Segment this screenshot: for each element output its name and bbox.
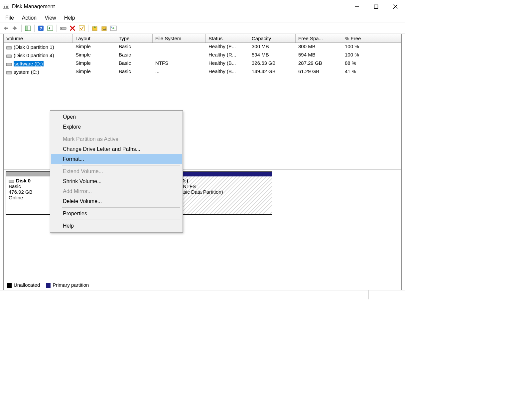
disk-name: Disk 0	[16, 178, 31, 183]
menubar: File Action View Help	[0, 13, 405, 23]
col-blank[interactable]	[382, 34, 401, 43]
minimize-button[interactable]	[347, 0, 366, 13]
new-volume-icon[interactable]	[90, 24, 99, 33]
connect-icon[interactable]	[59, 24, 67, 33]
toolbar-separator	[57, 25, 57, 32]
context-menu-item[interactable]: Help	[51, 221, 182, 231]
volume-name-cell: system (C:)	[4, 68, 73, 76]
toolbar-separator	[34, 25, 35, 32]
volume-cell: Basic	[116, 59, 153, 68]
volume-context-menu: OpenExploreMark Partition as ActiveChang…	[50, 110, 183, 233]
context-menu-separator	[62, 165, 180, 165]
volume-cell: 100 %	[342, 43, 382, 51]
find-icon[interactable]	[100, 24, 108, 33]
volume-name-cell: (Disk 0 partition 4)	[4, 51, 73, 59]
svg-rect-2	[6, 6, 8, 8]
volume-cell: 287.29 GB	[296, 59, 342, 68]
delete-icon[interactable]	[68, 24, 77, 33]
volume-cell: Healthy (B...	[206, 68, 249, 76]
volume-cell: Basic	[116, 68, 153, 76]
col-capacity[interactable]: Capacity	[249, 34, 296, 43]
volume-row[interactable]: (Disk 0 partition 4)SimpleBasicHealthy (…	[4, 51, 401, 59]
svg-rect-24	[111, 27, 112, 28]
volume-row[interactable]: (Disk 0 partition 1)SimpleBasicHealthy (…	[4, 43, 401, 51]
volume-cell: ...	[153, 68, 206, 76]
context-menu-item[interactable]: Properties	[51, 209, 182, 219]
disk-management-window: Disk Management File Action View Help ?	[0, 0, 405, 299]
volume-cell: 594 MB	[249, 51, 296, 59]
volume-cell	[382, 59, 401, 68]
volume-row[interactable]: software (D:)SimpleBasicNTFSHealthy (B..…	[4, 59, 401, 68]
refresh-icon[interactable]	[46, 24, 55, 33]
legend-label: Primary partition	[53, 282, 89, 288]
volume-cell: 41 %	[342, 68, 382, 76]
volume-cell: 88 %	[342, 59, 382, 68]
help-icon[interactable]: ?	[37, 24, 45, 33]
svg-rect-7	[6, 28, 8, 29]
legend: Unallocated Primary partition	[4, 280, 401, 290]
volume-cell: Healthy (R...	[206, 51, 249, 59]
context-menu-item[interactable]: Explore	[51, 122, 182, 132]
svg-rect-13	[48, 26, 53, 31]
volume-name-cell: software (D:)	[4, 59, 73, 68]
volume-cell: Healthy (B...	[206, 59, 249, 68]
volume-cell	[153, 43, 206, 51]
volume-cell: 594 MB	[296, 51, 342, 59]
col-volume[interactable]: Volume	[4, 34, 73, 43]
volume-cell: Simple	[73, 43, 116, 51]
app-icon	[3, 4, 9, 10]
window-title: Disk Management	[12, 4, 55, 10]
volume-row[interactable]: system (C:)SimpleBasic...Healthy (B...14…	[4, 68, 401, 76]
svg-text:?: ?	[40, 26, 42, 31]
context-menu-item[interactable]: Format...	[51, 154, 182, 164]
volume-cell	[153, 51, 206, 59]
toolbar: ?	[0, 23, 405, 34]
svg-rect-28	[6, 71, 12, 74]
legend-swatch-primary	[46, 283, 51, 288]
context-menu-item[interactable]: Open	[51, 112, 182, 122]
volume-name-cell: (Disk 0 partition 1)	[4, 43, 73, 51]
menu-file[interactable]: File	[2, 14, 17, 22]
volume-cell: 326.63 GB	[249, 59, 296, 68]
context-menu-separator	[62, 133, 180, 133]
volume-cell	[382, 68, 401, 76]
menu-help[interactable]: Help	[61, 14, 78, 22]
svg-rect-29	[9, 180, 14, 183]
forward-icon[interactable]	[11, 24, 19, 33]
svg-rect-4	[374, 5, 378, 9]
apply-icon[interactable]	[77, 24, 86, 33]
svg-line-5	[393, 5, 397, 9]
context-menu-item[interactable]: Change Drive Letter and Paths...	[51, 144, 182, 154]
drive-icon	[6, 45, 12, 49]
col-type[interactable]: Type	[116, 34, 153, 43]
svg-rect-10	[25, 26, 27, 31]
settings-icon[interactable]	[109, 24, 118, 33]
context-menu-separator	[62, 207, 180, 208]
volume-cell: Healthy (E...	[206, 43, 249, 51]
menu-action[interactable]: Action	[19, 14, 40, 22]
volume-cell: Simple	[73, 51, 116, 59]
toolbar-separator	[21, 25, 22, 32]
col-status[interactable]: Status	[206, 34, 249, 43]
svg-rect-1	[4, 6, 5, 8]
svg-line-6	[393, 5, 397, 9]
volume-list-header: Volume Layout Type File System Status Ca…	[4, 34, 401, 43]
col-free[interactable]: Free Spa...	[296, 34, 342, 43]
col-pct-free[interactable]: % Free	[342, 34, 382, 43]
back-icon[interactable]	[1, 24, 10, 33]
volume-cell	[382, 51, 401, 59]
show-hide-console-tree-icon[interactable]	[24, 24, 32, 33]
col-layout[interactable]: Layout	[73, 34, 116, 43]
close-button[interactable]	[386, 0, 405, 13]
svg-rect-27	[6, 63, 12, 66]
context-menu-item[interactable]: Shrink Volume...	[51, 176, 182, 186]
volume-cell: Basic	[116, 51, 153, 59]
col-filesystem[interactable]: File System	[153, 34, 206, 43]
legend-swatch-unallocated	[7, 283, 12, 288]
maximize-button[interactable]	[366, 0, 386, 13]
volume-cell	[382, 43, 401, 51]
menu-view[interactable]: View	[41, 14, 59, 22]
context-menu-item[interactable]: Delete Volume...	[51, 196, 182, 206]
volume-cell: Simple	[73, 59, 116, 68]
titlebar: Disk Management	[0, 0, 405, 13]
